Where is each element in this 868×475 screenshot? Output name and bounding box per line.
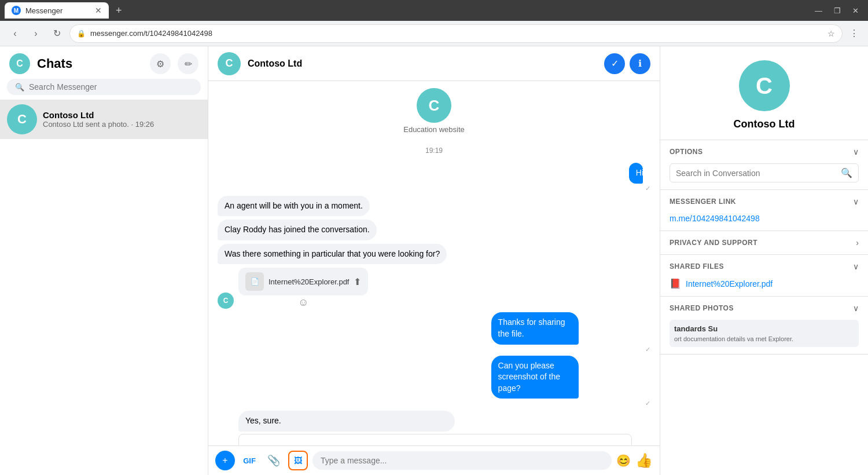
options-section: OPTIONS ∨ 🔍 <box>660 140 868 190</box>
messenger-link-header[interactable]: MESSENGER LINK ∨ <box>660 190 868 213</box>
file-name: Internet%20Explorer.pdf <box>269 277 349 286</box>
sidebar: C Chats ⚙ ✏ 🔍 C Contoso Ltd Contoso Ltd … <box>0 46 208 475</box>
options-chevron-icon: ∨ <box>853 147 859 156</box>
compose-btn[interactable]: ✏ <box>178 53 198 74</box>
search-conversation-input[interactable] <box>676 169 836 178</box>
browser-window-bar: M Messenger ✕ + — ❐ ✕ <box>0 0 868 21</box>
message-input-bar: + GIF 📎 🖼 😊 👍 <box>208 445 660 475</box>
contact-name: Contoso Ltd <box>43 110 201 120</box>
privacy-section-header[interactable]: PRIVACY AND SUPPORT › <box>660 231 868 254</box>
message-bubble-yes: Yes, sure. <box>238 411 455 432</box>
system-msg-3: Was there something in particular that y… <box>218 244 447 265</box>
message-row: Hi ✓ <box>218 163 650 192</box>
shared-files-list: 📕 Internet%20Explorer.pdf <box>660 278 868 296</box>
gear-btn[interactable]: ⚙ <box>150 53 171 74</box>
right-panel-profile: C Contoso Ltd <box>660 46 868 140</box>
shared-photos-title: SHARED PHOTOS <box>670 304 853 312</box>
screenshot-preview: Internet Explorer Standards Supp Documen… <box>238 434 632 445</box>
file-sender-avatar: C <box>218 293 234 309</box>
user-avatar[interactable]: C <box>9 53 30 74</box>
messenger-link-chevron-icon: ∨ <box>853 197 859 206</box>
chat-header-actions: ✓ ℹ <box>604 53 650 74</box>
info-btn[interactable]: ℹ <box>630 53 650 74</box>
shared-photos-preview: tandards Su ort documentation details va… <box>660 320 868 354</box>
tab-label: Messenger <box>25 6 62 15</box>
verify-btn[interactable]: ✓ <box>604 53 625 74</box>
search-in-conversation[interactable]: 🔍 <box>670 163 859 182</box>
file-icon: 📄 <box>245 272 264 291</box>
shared-file-link[interactable]: Internet%20Explorer.pdf <box>686 279 773 288</box>
shared-photos-header[interactable]: SHARED PHOTOS ∨ <box>660 297 868 320</box>
attach-btn[interactable]: 📎 <box>264 451 284 470</box>
shared-photo-thumb: tandards Su ort documentation details va… <box>670 320 859 347</box>
bookmark-star-icon[interactable]: ☆ <box>827 29 835 38</box>
tab-close-btn[interactable]: ✕ <box>95 6 102 15</box>
forward-btn[interactable]: › <box>28 25 44 42</box>
file-reaction-btn[interactable]: ☺ <box>238 297 368 309</box>
window-close-btn[interactable]: ✕ <box>848 6 863 15</box>
restore-btn[interactable]: ❐ <box>829 6 845 15</box>
image-btn[interactable]: 🖼 <box>288 451 308 470</box>
search-input[interactable] <box>29 82 193 92</box>
message-row-thanks: Thanks for sharing the file. ✓ Can you p… <box>218 312 650 407</box>
message-status-thanks: ✓ <box>491 346 650 353</box>
privacy-section-title: PRIVACY AND SUPPORT <box>670 239 856 247</box>
messenger-link-url[interactable]: m.me/104249841042498 <box>670 214 760 223</box>
browser-tab[interactable]: M Messenger ✕ <box>5 2 109 19</box>
search-icon: 🔍 <box>15 83 24 92</box>
message-row-yes: C Yes, sure. Internet Explorer Standards… <box>218 411 650 445</box>
like-btn[interactable]: 👍 <box>635 452 653 469</box>
minimize-btn[interactable]: — <box>810 6 827 15</box>
message-status-screenshot: ✓ <box>491 400 650 407</box>
search-conversation-btn[interactable]: 🔍 <box>841 167 852 178</box>
chat-header-avatar: C <box>218 52 241 75</box>
messenger-link-section: MESSENGER LINK ∨ m.me/104249841042498 <box>660 190 868 231</box>
right-panel: C Contoso Ltd OPTIONS ∨ 🔍 MESSENGER LINK… <box>660 46 868 475</box>
contact-preview: Contoso Ltd sent a photo. · 19:26 <box>43 120 201 129</box>
new-tab-btn[interactable]: + <box>111 5 127 17</box>
privacy-section: PRIVACY AND SUPPORT › <box>660 231 868 255</box>
contact-header-avatar: C <box>417 88 451 123</box>
lock-icon: 🔒 <box>77 30 86 38</box>
search-bar[interactable]: 🔍 <box>7 79 201 95</box>
shared-photo-thumb-body: ort documentation details va rnet Explor… <box>674 335 854 342</box>
message-row-file: C 📄 Internet%20Explorer.pdf ⬆ ☺ <box>218 268 650 309</box>
back-btn[interactable]: ‹ <box>7 25 23 42</box>
chat-area: C Contoso Ltd ✓ ℹ C Education website 19… <box>208 46 660 475</box>
messenger-link-content: m.me/104249841042498 <box>660 213 868 231</box>
address-text: messenger.com/t/104249841042498 <box>90 29 823 38</box>
shared-files-title: SHARED FILES <box>670 262 853 271</box>
profile-avatar: C <box>739 60 790 111</box>
message-bubble-thanks: Thanks for sharing the file. <box>491 312 579 344</box>
refresh-btn[interactable]: ↻ <box>49 25 65 42</box>
privacy-chevron-icon: › <box>856 238 859 247</box>
chat-header: C Contoso Ltd ✓ ℹ <box>208 46 660 81</box>
contact-preview-header: C Education website <box>218 88 650 134</box>
message-status: ✓ <box>629 185 650 192</box>
shared-files-chevron-icon: ∨ <box>853 262 859 271</box>
gif-btn[interactable]: GIF <box>240 451 259 470</box>
shared-files-section: SHARED FILES ∨ 📕 Internet%20Explorer.pdf <box>660 255 868 297</box>
contact-item[interactable]: C Contoso Ltd Contoso Ltd sent a photo. … <box>0 100 208 139</box>
shared-files-header[interactable]: SHARED FILES ∨ <box>660 255 868 278</box>
shared-photos-chevron-icon: ∨ <box>853 304 859 313</box>
timestamp-divider: 19:19 <box>218 147 650 155</box>
browser-more-btn[interactable]: ⋮ <box>847 25 861 41</box>
message-input[interactable] <box>312 451 612 470</box>
messages-container: C Education website 19:19 Hi ✓ An agent … <box>208 81 660 445</box>
system-msg-1: An agent will be with you in a moment. <box>218 196 370 217</box>
profile-name: Contoso Ltd <box>734 118 795 130</box>
contact-avatar: C <box>7 104 37 134</box>
system-msg-2: Clay Roddy has joined the conversation. <box>218 220 377 240</box>
message-bubble-hi: Hi <box>629 163 643 184</box>
add-btn[interactable]: + <box>215 451 235 470</box>
shared-file-item: 📕 Internet%20Explorer.pdf <box>670 278 859 289</box>
address-bar[interactable]: 🔒 messenger.com/t/104249841042498 ☆ <box>69 24 843 43</box>
message-row-system1: An agent will be with you in a moment. <box>218 196 650 217</box>
app-container: C Chats ⚙ ✏ 🔍 C Contoso Ltd Contoso Ltd … <box>0 46 868 475</box>
options-section-header[interactable]: OPTIONS ∨ <box>660 140 868 163</box>
message-row-system2: Clay Roddy has joined the conversation. <box>218 220 650 240</box>
file-share-btn[interactable]: ⬆ <box>354 276 361 287</box>
sidebar-header: C Chats ⚙ ✏ <box>0 46 208 79</box>
emoji-btn[interactable]: 😊 <box>616 454 631 467</box>
